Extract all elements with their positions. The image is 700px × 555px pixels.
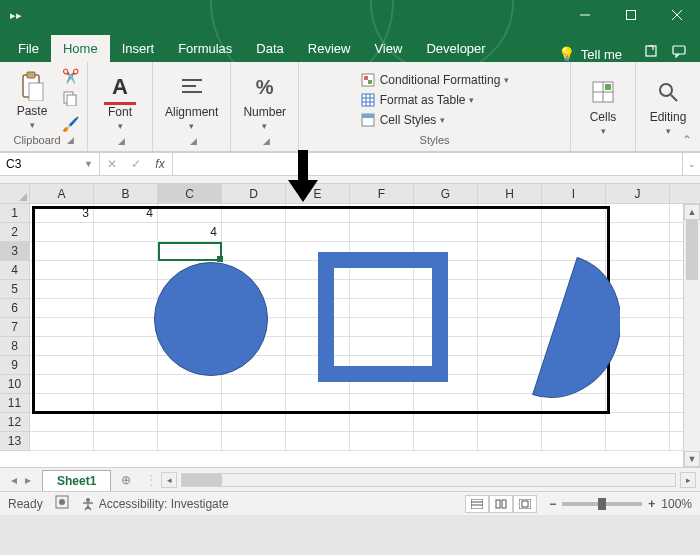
cell[interactable] bbox=[222, 318, 286, 336]
cell[interactable] bbox=[94, 375, 158, 393]
col-header-i[interactable]: I bbox=[542, 184, 606, 203]
launcher-icon[interactable]: ◢ bbox=[118, 136, 125, 146]
cell[interactable] bbox=[158, 204, 222, 222]
cell[interactable] bbox=[94, 299, 158, 317]
comments-icon[interactable] bbox=[672, 44, 686, 62]
cell[interactable] bbox=[414, 394, 478, 412]
cell[interactable] bbox=[222, 432, 286, 450]
row-header[interactable]: 6 bbox=[0, 299, 30, 318]
cell[interactable] bbox=[606, 413, 670, 431]
zoom-level[interactable]: 100% bbox=[661, 497, 692, 511]
cell[interactable] bbox=[158, 356, 222, 374]
cell[interactable] bbox=[542, 223, 606, 241]
cell[interactable] bbox=[222, 280, 286, 298]
select-all-corner[interactable] bbox=[0, 184, 30, 203]
cell[interactable] bbox=[350, 413, 414, 431]
cell[interactable] bbox=[286, 280, 350, 298]
cell[interactable] bbox=[350, 223, 414, 241]
cell[interactable] bbox=[478, 280, 542, 298]
cell[interactable] bbox=[158, 337, 222, 355]
cells-button[interactable]: Cells ▾ bbox=[579, 74, 627, 138]
cell[interactable] bbox=[414, 223, 478, 241]
cell[interactable] bbox=[158, 413, 222, 431]
cell[interactable] bbox=[478, 204, 542, 222]
cell[interactable] bbox=[350, 242, 414, 260]
cell[interactable] bbox=[158, 299, 222, 317]
launcher-icon[interactable]: ◢ bbox=[263, 136, 270, 146]
row-header[interactable]: 7 bbox=[0, 318, 30, 337]
row-header[interactable]: 4 bbox=[0, 261, 30, 280]
quick-access[interactable]: ▸▸ bbox=[10, 9, 22, 22]
cell[interactable] bbox=[30, 242, 94, 260]
cell[interactable] bbox=[286, 261, 350, 279]
cell[interactable] bbox=[606, 356, 670, 374]
row-header[interactable]: 5 bbox=[0, 280, 30, 299]
row-header[interactable]: 2 bbox=[0, 223, 30, 242]
font-button[interactable]: A Font ▾ bbox=[96, 69, 144, 133]
cell[interactable] bbox=[414, 356, 478, 374]
launcher-icon[interactable]: ◢ bbox=[190, 136, 197, 146]
cell[interactable] bbox=[350, 280, 414, 298]
macro-record-icon[interactable] bbox=[55, 495, 69, 512]
cell[interactable] bbox=[94, 318, 158, 336]
cell[interactable] bbox=[158, 394, 222, 412]
cell[interactable] bbox=[478, 394, 542, 412]
col-header-h[interactable]: H bbox=[478, 184, 542, 203]
view-normal-icon[interactable] bbox=[465, 495, 489, 513]
cell[interactable] bbox=[158, 375, 222, 393]
cell[interactable] bbox=[30, 394, 94, 412]
cell[interactable] bbox=[478, 261, 542, 279]
cell[interactable] bbox=[606, 394, 670, 412]
cell[interactable] bbox=[30, 375, 94, 393]
cell[interactable] bbox=[542, 375, 606, 393]
cell[interactable] bbox=[286, 204, 350, 222]
cell[interactable] bbox=[542, 204, 606, 222]
cell[interactable] bbox=[606, 223, 670, 241]
scrollbar-thumb[interactable] bbox=[686, 220, 698, 280]
cell[interactable] bbox=[30, 413, 94, 431]
cell[interactable] bbox=[286, 299, 350, 317]
cell[interactable] bbox=[542, 242, 606, 260]
cell[interactable] bbox=[94, 413, 158, 431]
cell[interactable] bbox=[542, 299, 606, 317]
minimize-button[interactable] bbox=[562, 0, 608, 30]
cell[interactable] bbox=[30, 337, 94, 355]
close-button[interactable] bbox=[654, 0, 700, 30]
col-header-d[interactable]: D bbox=[222, 184, 286, 203]
row-header[interactable]: 12 bbox=[0, 413, 30, 432]
cell[interactable] bbox=[222, 337, 286, 355]
row-header[interactable]: 8 bbox=[0, 337, 30, 356]
cell[interactable] bbox=[350, 204, 414, 222]
row-header[interactable]: 13 bbox=[0, 432, 30, 451]
cell[interactable] bbox=[478, 242, 542, 260]
format-painter-icon[interactable]: 🖌️ bbox=[62, 116, 79, 132]
cell[interactable] bbox=[414, 204, 478, 222]
cell[interactable] bbox=[606, 299, 670, 317]
cell[interactable] bbox=[350, 356, 414, 374]
cell[interactable] bbox=[222, 261, 286, 279]
cell[interactable] bbox=[350, 375, 414, 393]
scroll-right-icon[interactable]: ▸ bbox=[680, 472, 696, 488]
cell[interactable] bbox=[414, 413, 478, 431]
accept-formula-icon[interactable]: ✓ bbox=[124, 157, 148, 171]
conditional-formatting-button[interactable]: Conditional Formatting ▾ bbox=[360, 71, 510, 89]
accessibility-status[interactable]: Accessibility: Investigate bbox=[81, 497, 229, 511]
vertical-scrollbar[interactable]: ▲ ▼ bbox=[683, 204, 700, 467]
cell[interactable] bbox=[478, 299, 542, 317]
cell[interactable] bbox=[542, 413, 606, 431]
cell[interactable] bbox=[286, 337, 350, 355]
cell-c2[interactable]: 4 bbox=[158, 223, 222, 241]
cell[interactable] bbox=[30, 223, 94, 241]
cell-a1[interactable]: 3 bbox=[30, 204, 94, 222]
cell[interactable] bbox=[478, 337, 542, 355]
cell[interactable] bbox=[414, 261, 478, 279]
col-header-a[interactable]: A bbox=[30, 184, 94, 203]
scroll-up-icon[interactable]: ▲ bbox=[684, 204, 700, 220]
cell[interactable] bbox=[350, 261, 414, 279]
col-header-g[interactable]: G bbox=[414, 184, 478, 203]
cell[interactable] bbox=[158, 242, 222, 260]
cell[interactable] bbox=[286, 318, 350, 336]
cancel-formula-icon[interactable]: ✕ bbox=[100, 157, 124, 171]
format-as-table-button[interactable]: Format as Table ▾ bbox=[360, 91, 475, 109]
tab-home[interactable]: Home bbox=[51, 35, 110, 62]
